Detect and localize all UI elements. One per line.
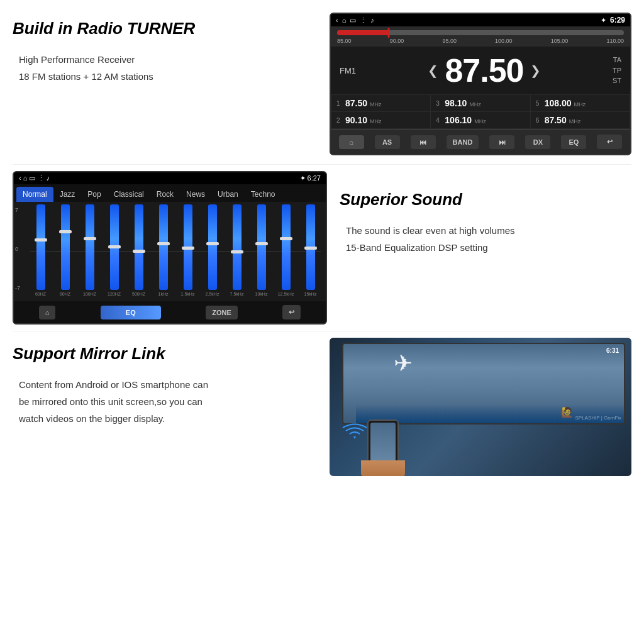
preset-1[interactable]: 1 87.50 MHz [331, 95, 430, 111]
eq-zone-button[interactable]: ZONE [206, 306, 238, 319]
eq-band-7-5khz[interactable]: 7.5kHz [226, 204, 247, 296]
eq-handle-1-5khz[interactable] [182, 247, 194, 250]
eq-preset-normal[interactable]: Normal [16, 187, 53, 202]
radio-presets: 1 87.50 MHz 3 98.10 MHz 5 108.00 MHz 2 9… [331, 94, 630, 129]
eq-bars-container: 60HZ 80HZ 100HZ [19, 204, 321, 299]
eq-back-button[interactable]: ↩ [282, 305, 301, 319]
eq-preset-techno[interactable]: Techno [245, 187, 282, 202]
radio-home-icon[interactable]: ⌂ [342, 16, 347, 24]
preset-4[interactable]: 4 106.10 MHz [431, 112, 530, 128]
eq-slider-12-5khz[interactable] [282, 204, 291, 290]
eq-band-15khz[interactable]: 15kHz [300, 204, 321, 296]
radio-back-icon[interactable]: ‹ [336, 16, 338, 24]
eq-label-15khz: 15kHz [304, 292, 317, 296]
eq-band-120hz[interactable]: 120HZ [104, 204, 125, 296]
eq-slider-15khz[interactable] [306, 204, 315, 290]
eq-preset-classical[interactable]: Classical [108, 187, 150, 202]
tuner-needle [388, 28, 390, 38]
eq-slider-10khz[interactable] [257, 204, 266, 290]
radio-section: Build in Radio TURNER High Performance R… [0, 0, 644, 162]
preset-5[interactable]: 5 108.00 MHz [531, 95, 630, 111]
eq-dots-icon[interactable]: ⋮ [38, 174, 45, 182]
radio-desc-line2: 18 FM stations + 12 AM stations [19, 68, 317, 85]
eq-band-12-5khz[interactable]: 12.5kHz [275, 204, 296, 296]
mirror-visual: 6:31 ✈ 🙋 SPLASHIP | GomFix [330, 338, 631, 476]
eq-slider-2-5khz[interactable] [208, 204, 217, 290]
eq-band-1-5khz[interactable]: 1.5kHz [177, 204, 198, 296]
eq-band-2-5khz[interactable]: 2.5kHz [202, 204, 223, 296]
mirror-image: 6:31 ✈ 🙋 SPLASHIP | GomFix [330, 338, 631, 476]
radio-band-button[interactable]: BAND [447, 135, 479, 149]
eq-back-icon[interactable]: ‹ [19, 174, 21, 182]
eq-band-80hz[interactable]: 80HZ [55, 204, 75, 296]
radio-time: 6:29 [610, 16, 625, 25]
radio-next-button[interactable]: ⏭ [489, 135, 514, 149]
eq-preset-rock[interactable]: Rock [150, 187, 180, 202]
eq-handle-15khz[interactable] [304, 247, 317, 250]
eq-handle-10khz[interactable] [255, 242, 268, 245]
eq-handle-7-5khz[interactable] [231, 250, 243, 253]
eq-slider-60hz[interactable] [36, 204, 45, 290]
eq-handle-80hz[interactable] [59, 230, 72, 233]
eq-band-60hz[interactable]: 60HZ [30, 204, 51, 296]
eq-home-icon[interactable]: ⌂ [23, 174, 28, 182]
eq-slider-120hz[interactable] [110, 204, 119, 290]
eq-slider-500hz[interactable] [135, 204, 143, 290]
eq-handle-2-5khz[interactable] [206, 242, 219, 245]
eq-slider-7-5khz[interactable] [233, 204, 242, 290]
superior-sound-text: Superior Sound The sound is clear even a… [340, 171, 631, 256]
radio-dots-icon[interactable]: ⋮ [360, 16, 367, 25]
eq-band-1khz[interactable]: 1kHz [153, 204, 174, 296]
radio-window-icon[interactable]: ▭ [350, 16, 356, 25]
eq-preset-urban[interactable]: Urban [211, 187, 245, 202]
eq-handle-60hz[interactable] [35, 238, 47, 242]
radio-prev-arrow[interactable]: ❮ [428, 63, 438, 78]
eq-eq-button[interactable]: EQ [101, 306, 161, 319]
radio-mic-icon[interactable]: ♪ [370, 16, 374, 24]
tuner-label-3: 95.00 [442, 38, 457, 44]
radio-prev-button[interactable]: ⏮ [411, 135, 436, 149]
tuner-track[interactable] [337, 30, 624, 35]
radio-text-area: Build in Radio TURNER High Performance R… [13, 13, 317, 85]
preset-3[interactable]: 3 98.10 MHz [431, 95, 530, 111]
eq-label-1khz: 1kHz [158, 292, 169, 296]
eq-slider-100hz[interactable] [86, 204, 94, 290]
eq-window-icon[interactable]: ▭ [29, 174, 35, 182]
eq-slider-1-5khz[interactable] [184, 204, 192, 290]
eq-mic-icon[interactable]: ♪ [47, 174, 50, 182]
radio-as-button[interactable]: AS [375, 135, 400, 149]
eq-band-500hz[interactable]: 500HZ [128, 204, 149, 296]
radio-back-button[interactable]: ↩ [597, 135, 622, 149]
mirror-section: Support Mirror Link Content from Android… [0, 334, 644, 480]
eq-slider-80hz[interactable] [61, 204, 70, 290]
eq-slider-1khz[interactable] [159, 204, 168, 290]
brand-watermark: SPLASHIP | GomFix [575, 415, 621, 421]
preset-2[interactable]: 2 90.10 MHz [331, 112, 430, 128]
eq-label-10khz: 10kHz [255, 292, 268, 296]
superior-sound-title: Superior Sound [340, 190, 631, 209]
eq-handle-500hz[interactable] [133, 250, 145, 253]
radio-freq-area: ❮ 87.50 ❯ [428, 52, 540, 89]
eq-handle-1khz[interactable] [157, 242, 170, 245]
radio-eq-button[interactable]: EQ [561, 135, 586, 149]
eq-preset-jazz[interactable]: Jazz [53, 187, 82, 202]
eq-preset-news[interactable]: News [180, 187, 211, 202]
eq-bluetooth-icon: ✦ [300, 174, 306, 182]
eq-handle-120hz[interactable] [108, 245, 121, 248]
preset-6[interactable]: 6 87.50 MHz [531, 112, 630, 128]
radio-title: Build in Radio TURNER [13, 19, 317, 38]
eq-controls: ⌂ EQ ZONE ↩ [14, 301, 326, 323]
eq-preset-pop[interactable]: Pop [81, 187, 107, 202]
eq-band-10khz[interactable]: 10kHz [251, 204, 272, 296]
radio-home-button[interactable]: ⌂ [339, 135, 364, 149]
mirror-title: Support Mirror Link [13, 344, 317, 364]
radio-next-arrow[interactable]: ❯ [530, 63, 541, 78]
eq-handle-100hz[interactable] [84, 237, 96, 240]
radio-dx-button[interactable]: DX [525, 135, 550, 149]
radio-nav-icons: ‹ ⌂ ▭ ⋮ ♪ [336, 16, 374, 25]
eq-label-7-5khz: 7.5kHz [230, 292, 244, 296]
eq-band-100hz[interactable]: 100HZ [79, 204, 100, 296]
eq-home-button[interactable]: ⌂ [39, 306, 56, 319]
eq-label-60hz: 60HZ [35, 292, 46, 296]
eq-handle-12-5khz[interactable] [280, 237, 292, 240]
